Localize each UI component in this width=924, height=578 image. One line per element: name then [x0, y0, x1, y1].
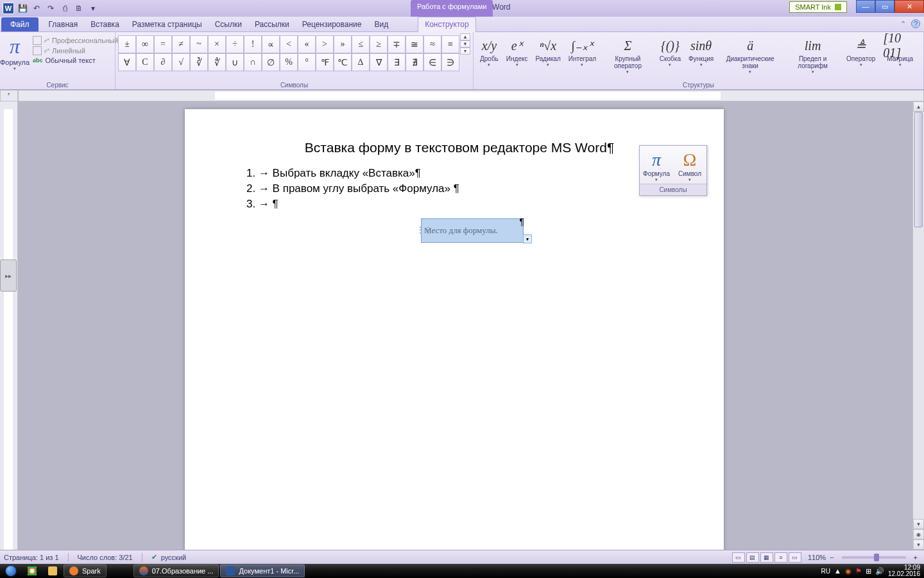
- redo-icon[interactable]: ↷: [45, 3, 56, 14]
- symbol-cell[interactable]: ∅: [262, 53, 280, 71]
- symbol-cell[interactable]: ∛: [190, 53, 208, 71]
- symbol-cell[interactable]: °: [298, 53, 316, 71]
- group-symbols: ±∞=≠~×÷!∝<«>»≤≥∓≅≈≡∀С∂√∛∜∪∩∅%°℉℃∆∇∃∄∈∋ ▲…: [116, 32, 474, 89]
- chk-icon: [33, 36, 42, 45]
- symbol-cell[interactable]: ÷: [226, 35, 244, 53]
- symbol-cell[interactable]: ℉: [316, 53, 334, 71]
- symbol-cell[interactable]: ∝: [262, 35, 280, 53]
- tab-home[interactable]: Главная: [42, 17, 85, 31]
- symbol-cell[interactable]: ∩: [244, 53, 262, 71]
- symbol-cell[interactable]: √: [172, 53, 190, 71]
- symbol-cell[interactable]: ∇: [370, 53, 388, 71]
- structure-icon: eˣ: [511, 36, 523, 55]
- word-icon[interactable]: W: [3, 3, 14, 14]
- symbol-cell[interactable]: ≤: [352, 35, 370, 53]
- symbol-cell[interactable]: ∄: [406, 53, 424, 71]
- symbol-cell[interactable]: »: [334, 35, 352, 53]
- symbol-cell[interactable]: ~: [190, 35, 208, 53]
- chevron-down-icon: ▾: [626, 69, 629, 74]
- formula-button[interactable]: π Формула ▾: [0, 33, 33, 71]
- quick-access-toolbar: W 💾 ↶ ↷ ⎙ 🗎 ▾: [0, 3, 101, 14]
- symbol-cell[interactable]: =: [154, 35, 172, 53]
- structure-Интеграл[interactable]: ∫₋ₓˣИнтеграл▾: [565, 35, 600, 76]
- maximize-button[interactable]: ▭: [875, 0, 894, 13]
- structure-icon: [10 01]: [883, 36, 917, 55]
- structure-Скобка[interactable]: {()}Скобка▾: [656, 35, 685, 76]
- symbol-cell[interactable]: !: [244, 35, 262, 53]
- structure-label: Крупный оператор: [604, 55, 652, 69]
- symbol-cell[interactable]: ≅: [406, 35, 424, 53]
- opt-professional[interactable]: 𝑒ˣПрофессиональный: [33, 36, 118, 45]
- structure-Оператор[interactable]: ≜Оператор▾: [843, 35, 879, 76]
- minimize-button[interactable]: —: [856, 0, 875, 13]
- qat-dropdown-icon[interactable]: ▾: [87, 3, 99, 14]
- abc-icon: abc: [33, 57, 43, 64]
- pi-icon: π: [10, 35, 20, 58]
- symbols-grid: ±∞=≠~×÷!∝<«>»≤≥∓≅≈≡∀С∂√∛∜∪∩∅%°℉℃∆∇∃∄∈∋: [118, 33, 459, 71]
- chevron-down-icon: ▾: [749, 69, 751, 74]
- tab-insert[interactable]: Вставка: [84, 17, 126, 31]
- smart-ink-badge[interactable]: SMART Ink: [789, 1, 847, 13]
- symbol-cell[interactable]: ∈: [424, 53, 441, 71]
- symbol-cell[interactable]: ≥: [370, 35, 388, 53]
- chevron-down-icon: ▾: [899, 62, 902, 67]
- symbol-cell[interactable]: ×: [208, 35, 226, 53]
- symbol-cell[interactable]: «: [298, 35, 316, 53]
- symbol-cell[interactable]: ∞: [136, 35, 154, 53]
- structure-icon: ≜: [855, 36, 866, 55]
- symbol-cell[interactable]: ∋: [441, 53, 459, 71]
- structure-Предел и[interactable]: limПредел и логарифм▾: [783, 35, 843, 76]
- structure-Диакритические[interactable]: äДиакритические знаки▾: [717, 35, 783, 76]
- symbol-cell[interactable]: ∀: [118, 53, 136, 71]
- tab-design[interactable]: Конструктор: [418, 17, 475, 32]
- symbols-scroll-down[interactable]: ▼: [460, 40, 470, 48]
- structure-icon: ä: [747, 36, 753, 55]
- tab-review[interactable]: Рецензирование: [296, 17, 368, 31]
- group-service-label: Сервис: [46, 80, 68, 89]
- tab-references[interactable]: Ссылки: [209, 17, 248, 31]
- tab-mailings[interactable]: Рассылки: [248, 17, 296, 31]
- chk-icon: [33, 46, 42, 55]
- chevron-down-icon: ▾: [516, 62, 518, 67]
- structure-Радикал[interactable]: ⁿ√xРадикал▾: [531, 35, 564, 76]
- structure-Дробь[interactable]: x/yДробь▾: [476, 35, 502, 76]
- help-icon[interactable]: ?: [911, 19, 920, 28]
- symbol-cell[interactable]: ∆: [352, 53, 370, 71]
- symbols-expand[interactable]: ▾: [460, 48, 470, 55]
- opt-plain-text[interactable]: abcОбычный текст: [33, 57, 118, 64]
- title-bar: W 💾 ↶ ↷ ⎙ 🗎 ▾ Документ1 - Microsoft Word…: [0, 0, 924, 17]
- symbol-cell[interactable]: ≈: [424, 35, 441, 53]
- structure-Матрица[interactable]: [10 01]Матрица▾: [879, 35, 921, 76]
- chevron-down-icon: ▾: [860, 62, 862, 67]
- symbol-cell[interactable]: ℃: [334, 53, 352, 71]
- opt-linear[interactable]: 𝑒ˣЛинейный: [33, 46, 118, 55]
- chevron-down-icon: ▾: [669, 62, 671, 67]
- symbol-cell[interactable]: ∪: [226, 53, 244, 71]
- structure-Функция[interactable]: sinθФункция▾: [685, 35, 717, 76]
- minimize-ribbon-icon[interactable]: ⌃: [898, 19, 907, 28]
- qat-extra-icon[interactable]: ⎙: [59, 3, 71, 14]
- file-tab[interactable]: Файл: [1, 17, 38, 31]
- structure-Крупный[interactable]: ΣКрупный оператор▾: [600, 35, 656, 76]
- structure-Индекс[interactable]: eˣИндекс▾: [502, 35, 532, 76]
- undo-icon[interactable]: ↶: [31, 3, 42, 14]
- symbol-cell[interactable]: ±: [118, 35, 136, 53]
- qat-extra2-icon[interactable]: 🗎: [73, 3, 85, 14]
- symbol-cell[interactable]: >: [316, 35, 334, 53]
- symbol-cell[interactable]: %: [280, 53, 298, 71]
- close-button[interactable]: ✕: [894, 0, 924, 13]
- symbol-cell[interactable]: ∜: [208, 53, 226, 71]
- symbols-scroll-up[interactable]: ▲: [460, 33, 470, 40]
- formula-label: Формула: [0, 58, 30, 66]
- symbol-cell[interactable]: ∂: [154, 53, 172, 71]
- symbol-cell[interactable]: ≡: [441, 35, 459, 53]
- tab-page-layout[interactable]: Разметка страницы: [126, 17, 209, 31]
- structure-label: Радикал: [535, 55, 560, 62]
- symbol-cell[interactable]: ∃: [388, 53, 406, 71]
- save-icon[interactable]: 💾: [17, 3, 28, 14]
- symbol-cell[interactable]: С: [136, 53, 154, 71]
- tab-view[interactable]: Вид: [368, 17, 395, 31]
- symbol-cell[interactable]: <: [280, 35, 298, 53]
- symbol-cell[interactable]: ∓: [388, 35, 406, 53]
- symbol-cell[interactable]: ≠: [172, 35, 190, 53]
